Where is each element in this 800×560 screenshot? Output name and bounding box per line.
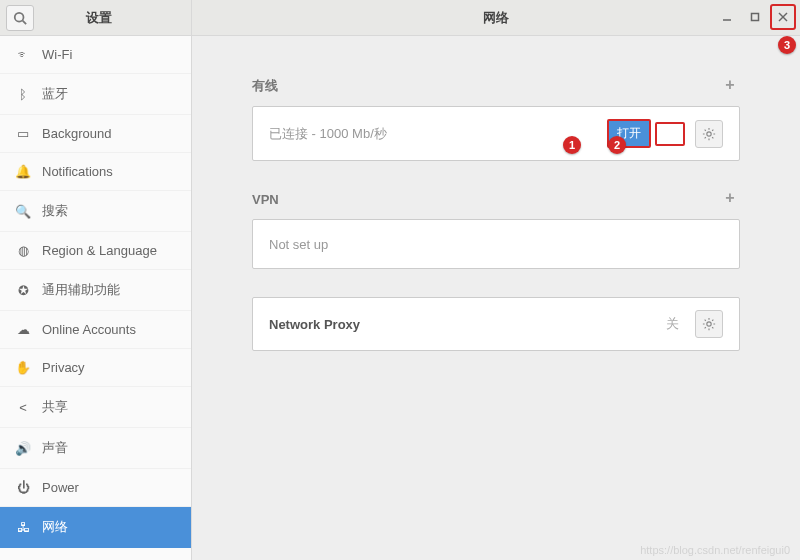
- power-icon: ⏻: [14, 480, 32, 495]
- search-icon: 🔍: [14, 204, 32, 219]
- vpn-status: Not set up: [269, 237, 723, 252]
- sidebar-item-label: Background: [42, 126, 111, 141]
- svg-point-6: [707, 131, 711, 135]
- search-icon: [13, 11, 27, 25]
- vpn-row: Not set up: [253, 220, 739, 268]
- sidebar-item-sound[interactable]: 🔊声音: [0, 428, 191, 469]
- sidebar-item-label: Privacy: [42, 360, 85, 375]
- sidebar: 设置 ᯤWi-Fi ᛒ蓝牙 ▭Background 🔔Notifications…: [0, 0, 192, 560]
- svg-line-1: [23, 20, 27, 24]
- wired-heading: 有线: [252, 77, 278, 95]
- wired-status: 已连接 - 1000 Mb/秒: [269, 125, 607, 143]
- proxy-settings-button[interactable]: [695, 310, 723, 338]
- gear-icon: [702, 317, 716, 331]
- network-icon: 🖧: [14, 520, 32, 535]
- sound-icon: 🔊: [14, 441, 32, 456]
- sidebar-item-search[interactable]: 🔍搜索: [0, 191, 191, 232]
- sidebar-item-region-language[interactable]: ◍Region & Language: [0, 232, 191, 270]
- watermark: https://blog.csdn.net/renfeigui0: [640, 544, 790, 556]
- sidebar-item-network[interactable]: 🖧网络: [0, 507, 191, 548]
- close-button[interactable]: [770, 4, 796, 30]
- gear-icon: [702, 127, 716, 141]
- wifi-icon: ᯤ: [14, 47, 32, 62]
- sidebar-item-notifications[interactable]: 🔔Notifications: [0, 153, 191, 191]
- sidebar-item-wifi[interactable]: ᯤWi-Fi: [0, 36, 191, 74]
- content: 有线 + 已连接 - 1000 Mb/秒 打开 VPN +: [192, 36, 800, 379]
- sidebar-item-online-accounts[interactable]: ☁Online Accounts: [0, 311, 191, 349]
- sidebar-header: 设置: [0, 0, 191, 36]
- vpn-panel: Not set up: [252, 219, 740, 269]
- callout-2: 2: [608, 136, 626, 154]
- minimize-icon: [722, 12, 732, 22]
- window-controls: [714, 4, 796, 30]
- page-title: 网络: [192, 9, 800, 27]
- wired-section-header: 有线 +: [252, 76, 740, 96]
- sidebar-item-sharing[interactable]: <共享: [0, 387, 191, 428]
- sidebar-list: ᯤWi-Fi ᛒ蓝牙 ▭Background 🔔Notifications 🔍搜…: [0, 36, 191, 560]
- proxy-row: Network Proxy 关: [253, 298, 739, 350]
- sidebar-item-label: Power: [42, 480, 79, 495]
- wired-row: 已连接 - 1000 Mb/秒 打开: [253, 107, 739, 160]
- vpn-heading: VPN: [252, 192, 279, 207]
- proxy-label: Network Proxy: [269, 317, 666, 332]
- sidebar-item-label: Region & Language: [42, 243, 157, 258]
- close-icon: [778, 12, 788, 22]
- svg-point-0: [15, 12, 24, 21]
- maximize-icon: [750, 12, 760, 22]
- accessibility-icon: ✪: [14, 283, 32, 298]
- svg-point-7: [707, 322, 711, 326]
- sidebar-item-label: 共享: [42, 398, 68, 416]
- bluetooth-icon: ᛒ: [14, 87, 32, 102]
- callout-1: 1: [563, 136, 581, 154]
- bell-icon: 🔔: [14, 164, 32, 179]
- wired-toggle-off[interactable]: [655, 122, 685, 146]
- sidebar-item-power[interactable]: ⏻Power: [0, 469, 191, 507]
- cloud-icon: ☁: [14, 322, 32, 337]
- proxy-state: 关: [666, 315, 679, 333]
- main-panel: 网络 有线 + 已连接 - 1000 Mb/秒 打开: [192, 0, 800, 560]
- background-icon: ▭: [14, 126, 32, 141]
- sidebar-item-background[interactable]: ▭Background: [0, 115, 191, 153]
- hand-icon: ✋: [14, 360, 32, 375]
- search-button[interactable]: [6, 5, 34, 31]
- vpn-section-header: VPN +: [252, 189, 740, 209]
- sidebar-item-bluetooth[interactable]: ᛒ蓝牙: [0, 74, 191, 115]
- sidebar-item-label: 网络: [42, 518, 68, 536]
- callout-3: 3: [778, 36, 796, 54]
- svg-rect-3: [752, 14, 759, 21]
- add-vpn-button[interactable]: +: [720, 189, 740, 209]
- sidebar-item-label: Online Accounts: [42, 322, 136, 337]
- sidebar-item-label: Wi-Fi: [42, 47, 72, 62]
- sidebar-item-label: 声音: [42, 439, 68, 457]
- sidebar-title: 设置: [40, 9, 191, 27]
- sidebar-item-label: 通用辅助功能: [42, 281, 120, 299]
- share-icon: <: [14, 400, 32, 415]
- sidebar-item-label: 蓝牙: [42, 85, 68, 103]
- globe-icon: ◍: [14, 243, 32, 258]
- wired-panel: 已连接 - 1000 Mb/秒 打开: [252, 106, 740, 161]
- sidebar-item-privacy[interactable]: ✋Privacy: [0, 349, 191, 387]
- proxy-panel: Network Proxy 关: [252, 297, 740, 351]
- maximize-button[interactable]: [742, 4, 768, 30]
- add-wired-button[interactable]: +: [720, 76, 740, 96]
- sidebar-item-accessibility[interactable]: ✪通用辅助功能: [0, 270, 191, 311]
- sidebar-item-label: 搜索: [42, 202, 68, 220]
- wired-settings-button[interactable]: [695, 120, 723, 148]
- minimize-button[interactable]: [714, 4, 740, 30]
- titlebar: 网络: [192, 0, 800, 36]
- sidebar-item-label: Notifications: [42, 164, 113, 179]
